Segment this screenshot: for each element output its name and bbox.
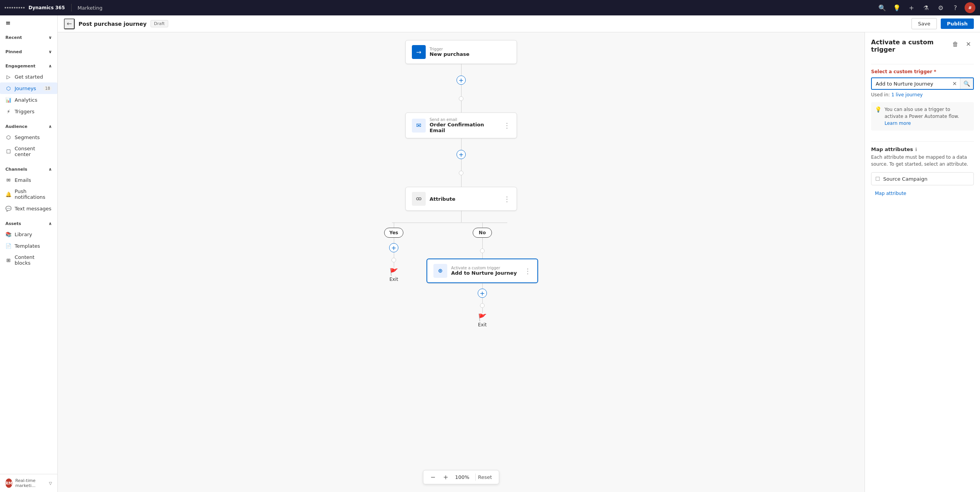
used-in-text: Used in: 1 live journey [871,92,974,97]
recent-header[interactable]: Recent ∨ [0,33,57,42]
chevron-down-icon: ▽ [49,481,52,485]
live-journey-link[interactable]: 1 live journey [891,92,923,97]
add-node-btn-1[interactable]: + [457,76,466,85]
sidebar-item-templates[interactable]: 📄 Templates [0,240,57,252]
no-exit-line2 [482,308,483,313]
sidebar-item-library[interactable]: 📚 Library [0,228,57,240]
no-mid-line [482,238,483,243]
branch-h-line-anchor [461,222,462,223]
trigger-node[interactable]: → Trigger New purchase [405,40,517,64]
sidebar-item-sms[interactable]: 💬 Text messages [0,203,57,214]
email-label: Send an email [430,118,500,122]
connector-line-4 [461,138,462,150]
search-clear-button[interactable]: ✕ [949,81,960,87]
save-button[interactable]: Save [911,18,937,29]
content-area: ← Post purchase journey Draft Save Publi… [58,15,980,492]
hamburger-button[interactable]: ≡ [0,15,57,30]
sidebar-item-triggers[interactable]: ⚡ Triggers [0,106,57,117]
search-go-button[interactable]: 🔍 [960,78,973,89]
right-panel: Activate a custom trigger 🗑 ✕ Select a c… [865,32,980,492]
filter-icon[interactable]: ⚗ [921,2,932,13]
no-add-btn[interactable]: + [478,289,487,298]
sidebar: ≡ Recent ∨ Pinned ∨ Engagement ∧ ▷ Get [0,15,58,492]
no-exit-label: Exit [478,322,487,327]
sidebar-item-emails[interactable]: ✉ Emails [0,174,57,186]
attr-row-icon: ☐ [875,176,880,182]
push-icon: 🔔 [5,191,12,197]
module-name: Marketing [78,5,103,11]
custom-trigger-text: Activate a custom trigger Add to Nurture… [451,266,517,276]
sidebar-item-push[interactable]: 🔔 Push notifications [0,186,57,203]
add-node-btn-2[interactable]: + [457,150,466,159]
custom-trigger-node[interactable]: Activate a custom trigger Add to Nurture… [426,259,538,283]
custom-trigger-menu[interactable]: ⋮ [524,267,531,275]
zoom-in-button[interactable]: + [441,473,450,482]
analytics-icon: 📊 [5,97,12,103]
sidebar-item-analytics[interactable]: 📊 Analytics [0,94,57,106]
publish-button[interactable]: Publish [941,18,974,29]
grid-icon[interactable] [5,7,25,8]
channels-section: Channels ∧ ✉ Emails 🔔 Push notifications… [0,162,57,217]
yes-exit-line [394,262,394,268]
custom-trigger-icon-box [433,264,447,278]
custom-trigger-title: Add to Nurture Journey [451,270,517,276]
topbar-divider [71,4,72,12]
settings-icon[interactable]: ⚙ [935,2,946,13]
assets-header[interactable]: Assets ∧ [0,219,57,228]
map-attributes-header: Map attributes ℹ [871,146,974,152]
connector-line-5 [461,159,462,171]
panel-delete-button[interactable]: 🗑 [950,39,961,49]
connector-line-2 [461,85,462,96]
info-box: 💡 You can also use a trigger to activate… [871,102,974,131]
learn-more-link[interactable]: Learn more [885,121,911,126]
user-avatar[interactable]: # [965,2,975,13]
sidebar-item-consent[interactable]: ☐ Consent center [0,143,57,160]
email-node-menu[interactable]: ⋮ [503,121,510,129]
consent-icon: ☐ [5,148,12,154]
pinned-header[interactable]: Pinned ∨ [0,47,57,57]
back-button[interactable]: ← [64,18,75,29]
yes-circle [391,258,396,262]
play-icon: ▷ [5,74,12,80]
yes-label: Yes [384,228,403,238]
attribute-node-menu[interactable]: ⋮ [503,195,510,203]
select-trigger-label: Select a custom trigger * [871,69,974,74]
attribute-node[interactable]: Attribute ⋮ [405,187,517,211]
plus-icon[interactable]: + [906,2,917,13]
sidebar-item-segments[interactable]: ⬡ Segments [0,131,57,143]
segments-icon: ⬡ [5,134,12,140]
connector-line-3 [461,101,462,113]
journey-container: → Trigger New purchase + [58,32,865,351]
panel-divider-2 [871,141,974,142]
secondary-bar: ← Post purchase journey Draft Save Publi… [58,15,980,32]
sms-icon: 💬 [5,205,12,212]
zoom-reset-button[interactable]: Reset [475,474,494,481]
lightbulb-icon[interactable]: 💡 [891,2,902,13]
connector-line-6 [461,175,462,187]
map-info-icon[interactable]: ℹ [915,147,917,152]
audience-header[interactable]: Audience ∧ [0,122,57,131]
sidebar-item-get-started[interactable]: ▷ Get started [0,71,57,82]
email-title: Order Confirmation Email [430,122,500,133]
no-lower-line [482,253,483,259]
zoom-controls: − + 100% Reset [423,470,499,484]
canvas-content: → Trigger New purchase + [58,32,865,379]
sidebar-bottom[interactable]: RM Real-time marketi... ▽ [0,474,57,492]
panel-close-button[interactable]: ✕ [963,39,974,49]
engagement-header[interactable]: Engagement ∧ [0,61,57,71]
yes-add-btn[interactable]: + [389,243,398,252]
email-node[interactable]: ✉ Send an email Order Confirmation Email… [405,113,517,138]
channels-header[interactable]: Channels ∧ [0,165,57,174]
sidebar-item-journeys[interactable]: ⬡ Journeys 18 [0,82,57,94]
map-attribute-link[interactable]: Map attribute [875,191,906,196]
status-badge: Draft [151,20,168,27]
trigger-search-input[interactable] [872,79,949,89]
sidebar-item-content-blocks[interactable]: ⊞ Content blocks [0,252,57,269]
attribute-row[interactable]: ☐ Source Campaign [871,172,974,185]
zoom-out-button[interactable]: − [428,473,438,482]
trigger-title: New purchase [430,51,470,57]
help-icon[interactable]: ? [950,2,961,13]
search-icon[interactable]: 🔍 [877,2,888,13]
library-icon: 📚 [5,231,12,237]
svg-point-0 [416,198,419,200]
